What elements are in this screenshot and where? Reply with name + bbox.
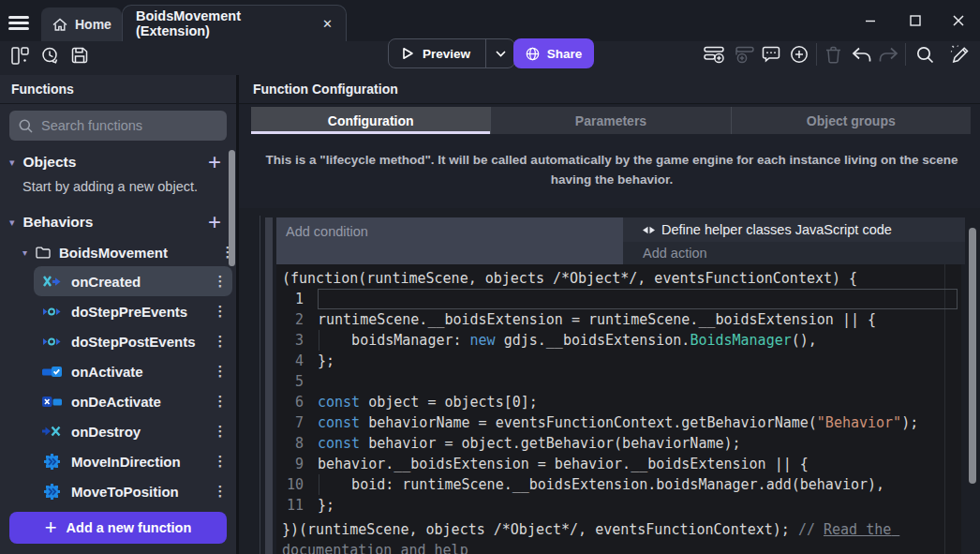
code-line-content: const object = objects[0];: [318, 392, 958, 412]
code-line-3[interactable]: 3 boidsManager: new gdjs.__boidsExtensio…: [276, 330, 961, 351]
kebab-menu-icon[interactable]: ⋮: [212, 423, 229, 440]
code-line-content: behavior.__boidsExtension = behavior.__b…: [318, 454, 958, 474]
play-icon: [401, 47, 414, 60]
undo-icon[interactable]: [849, 42, 873, 67]
function-item-dosteppostevents[interactable]: doStepPostEvents⋮: [34, 326, 232, 356]
preview-button[interactable]: Preview: [388, 38, 515, 68]
function-item-label: onActivate: [71, 364, 202, 380]
kebab-menu-icon[interactable]: ⋮: [212, 453, 229, 470]
tab-document[interactable]: BoidsMovement (Extension) ✕: [122, 5, 347, 41]
search-functions-box[interactable]: [9, 111, 227, 141]
collapse-arrow-icon[interactable]: ▾: [9, 157, 15, 169]
collapse-arrow-icon[interactable]: ▾: [9, 217, 15, 229]
history-icon[interactable]: [37, 43, 62, 67]
tab-home[interactable]: Home: [41, 7, 122, 41]
behaviors-section-header[interactable]: ▾ Behaviors +: [9, 208, 227, 236]
code-line-9[interactable]: 9behavior.__boidsExtension = behavior.__…: [276, 454, 961, 474]
line-number: 1: [276, 289, 318, 309]
code-line-2[interactable]: 2runtimeScene.__boidsExtension = runtime…: [276, 309, 961, 330]
function-item-moveindirection[interactable]: MoveInDirection⋮: [34, 446, 232, 476]
function-item-ondeactivate[interactable]: onDeActivate⋮: [34, 386, 232, 416]
function-item-movetoposition[interactable]: MoveToPosition⋮: [34, 476, 232, 506]
function-list: onCreated⋮doStepPreEvents⋮doStepPostEven…: [34, 266, 232, 506]
event-indent-line: [260, 216, 260, 554]
function-item-ondestroy[interactable]: onDestroy⋮: [34, 416, 232, 446]
share-button-label: Share: [547, 47, 583, 61]
method-icon: [41, 454, 62, 470]
code-line-4[interactable]: 4};: [276, 351, 961, 371]
line-number: 8: [276, 433, 318, 454]
kebab-menu-icon[interactable]: ⋮: [212, 303, 229, 320]
tab-object-groups[interactable]: Object groups: [731, 107, 971, 134]
line-number: 11: [276, 495, 318, 516]
objects-section-header[interactable]: ▾ Objects +: [9, 148, 227, 176]
objects-empty-hint: Start by adding a new object.: [22, 179, 198, 194]
js-code-icon: [643, 226, 655, 234]
window-minimize-button[interactable]: [858, 8, 883, 33]
function-item-oncreated[interactable]: onCreated⋮: [34, 266, 232, 296]
js-event-header[interactable]: Define helper classes JavaScript code: [623, 217, 965, 242]
add-behavior-icon[interactable]: +: [208, 213, 227, 232]
tab-close-icon[interactable]: ✕: [322, 17, 333, 31]
function-item-dosteppreevents[interactable]: doStepPreEvents⋮: [34, 296, 232, 326]
folder-icon: [36, 246, 51, 259]
code-line-content: [318, 289, 958, 309]
kebab-menu-icon[interactable]: ⋮: [212, 393, 229, 410]
event-drag-handle[interactable]: [265, 217, 273, 554]
events-scrollbar[interactable]: [969, 228, 976, 484]
project-manager-icon[interactable]: [7, 43, 32, 67]
save-icon[interactable]: [67, 43, 92, 67]
sidebar-scrollbar[interactable]: [229, 150, 235, 266]
step-icon: [41, 307, 62, 317]
code-line-content: boidsManager: new gdjs.__boidsExtension.…: [318, 330, 958, 351]
method-icon: [41, 484, 62, 500]
window-maximize-button[interactable]: [903, 8, 928, 33]
kebab-menu-icon[interactable]: ⋮: [212, 273, 229, 290]
add-subevent-icon[interactable]: [732, 42, 756, 67]
main-panel-title: Function Configuration: [239, 75, 980, 104]
code-line-content: };: [318, 495, 958, 516]
code-line-8[interactable]: 8const behavior = object.getBehavior(beh…: [276, 433, 961, 454]
tab-parameters[interactable]: Parameters: [490, 107, 730, 134]
add-condition-cell[interactable]: Add condition: [276, 217, 623, 264]
add-comment-icon[interactable]: [759, 42, 783, 67]
code-line-11[interactable]: 11};: [276, 495, 961, 516]
code-line-7[interactable]: 7const behaviorName = eventsFunctionCont…: [276, 412, 961, 433]
menu-icon[interactable]: [8, 13, 29, 33]
edit-icon[interactable]: [947, 42, 972, 67]
code-line-6[interactable]: 6const object = objects[0];: [276, 392, 961, 412]
behavior-group-boidsmovement[interactable]: ▾ BoidsMovement ⋮: [22, 238, 236, 266]
add-event-icon[interactable]: [702, 42, 726, 67]
function-item-onactivate[interactable]: onActivate⋮: [34, 356, 232, 386]
chevron-down-icon: [496, 51, 506, 57]
js-event-title: Define helper classes JavaScript code: [661, 222, 892, 237]
code-line-1[interactable]: 1: [276, 289, 961, 309]
add-action-cell[interactable]: Add action: [623, 242, 965, 264]
share-button[interactable]: Share: [513, 38, 594, 68]
created-icon: [41, 276, 62, 288]
redo-icon[interactable]: [876, 42, 900, 67]
add-function-button[interactable]: + Add a new function: [9, 512, 227, 544]
plus-icon: +: [45, 516, 57, 540]
code-line-content: const behavior = object.getBehavior(beha…: [318, 433, 958, 454]
step-icon: [41, 337, 62, 347]
collapse-arrow-icon[interactable]: ▾: [22, 247, 27, 258]
function-item-label: MoveInDirection: [71, 454, 202, 470]
delete-icon[interactable]: [821, 42, 845, 67]
window-close-button[interactable]: [946, 8, 971, 33]
code-editor[interactable]: (function(runtimeScene, objects /*Object…: [276, 264, 961, 554]
add-circle-icon[interactable]: [787, 42, 811, 67]
tab-document-label: BoidsMovement (Extension): [136, 8, 313, 38]
gdevelop-window: Home BoidsMovement (Extension) ✕ Preview…: [0, 0, 980, 554]
kebab-menu-icon[interactable]: ⋮: [212, 483, 229, 500]
line-number: 9: [276, 454, 318, 474]
code-line-10[interactable]: 10 boid: runtimeScene.__boidsExtension.b…: [276, 474, 961, 495]
kebab-menu-icon[interactable]: ⋮: [212, 333, 229, 350]
tab-configuration[interactable]: Configuration: [251, 107, 490, 134]
add-object-icon[interactable]: +: [208, 153, 227, 172]
kebab-menu-icon[interactable]: ⋮: [212, 363, 229, 380]
search-icon[interactable]: [913, 42, 937, 67]
code-line-5[interactable]: 5: [276, 371, 961, 392]
preview-dropdown-button[interactable]: [485, 39, 514, 67]
search-functions-input[interactable]: [41, 118, 217, 133]
